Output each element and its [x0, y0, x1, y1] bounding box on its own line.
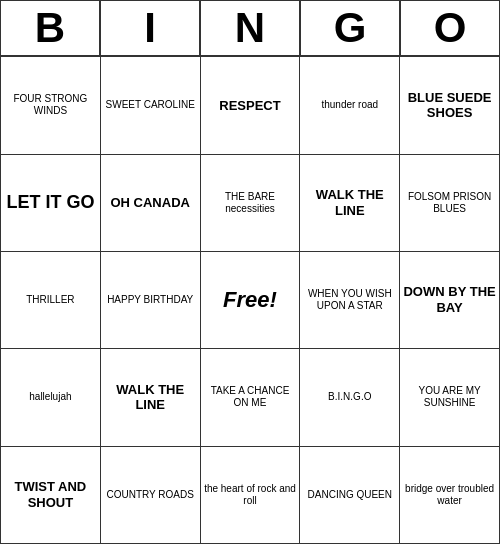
bingo-cell: WALK THE LINE [101, 349, 201, 446]
header-letter: G [300, 0, 400, 56]
bingo-cell: LET IT GO [1, 155, 101, 252]
bingo-cell: RESPECT [201, 57, 301, 154]
header-letter: O [400, 0, 500, 56]
bingo-cell: Free! [201, 252, 301, 349]
bingo-cell: THRILLER [1, 252, 101, 349]
bingo-cell: TAKE A CHANCE ON ME [201, 349, 301, 446]
bingo-cell: bridge over troubled water [400, 447, 500, 544]
bingo-header: BINGO [0, 0, 500, 56]
bingo-cell: COUNTRY ROADS [101, 447, 201, 544]
bingo-cell: DOWN BY THE BAY [400, 252, 500, 349]
header-letter: I [100, 0, 200, 56]
bingo-cell: HAPPY BIRTHDAY [101, 252, 201, 349]
bingo-cell: WALK THE LINE [300, 155, 400, 252]
bingo-cell: DANCING QUEEN [300, 447, 400, 544]
header-letter: B [0, 0, 100, 56]
bingo-cell: the heart of rock and roll [201, 447, 301, 544]
bingo-cell: THE BARE necessities [201, 155, 301, 252]
bingo-cell: FOUR STRONG WINDS [1, 57, 101, 154]
bingo-cell: SWEET CAROLINE [101, 57, 201, 154]
bingo-grid: FOUR STRONG WINDSSWEET CAROLINERESPECTth… [0, 56, 500, 544]
bingo-cell: WHEN YOU WISH UPON A STAR [300, 252, 400, 349]
bingo-cell: YOU ARE MY SUNSHINE [400, 349, 500, 446]
bingo-cell: B.I.N.G.O [300, 349, 400, 446]
bingo-cell: FOLSOM PRISON BLUES [400, 155, 500, 252]
bingo-cell: BLUE SUEDE SHOES [400, 57, 500, 154]
bingo-cell: TWIST AND SHOUT [1, 447, 101, 544]
bingo-cell: hallelujah [1, 349, 101, 446]
bingo-cell: OH CANADA [101, 155, 201, 252]
bingo-cell: thunder road [300, 57, 400, 154]
header-letter: N [200, 0, 300, 56]
